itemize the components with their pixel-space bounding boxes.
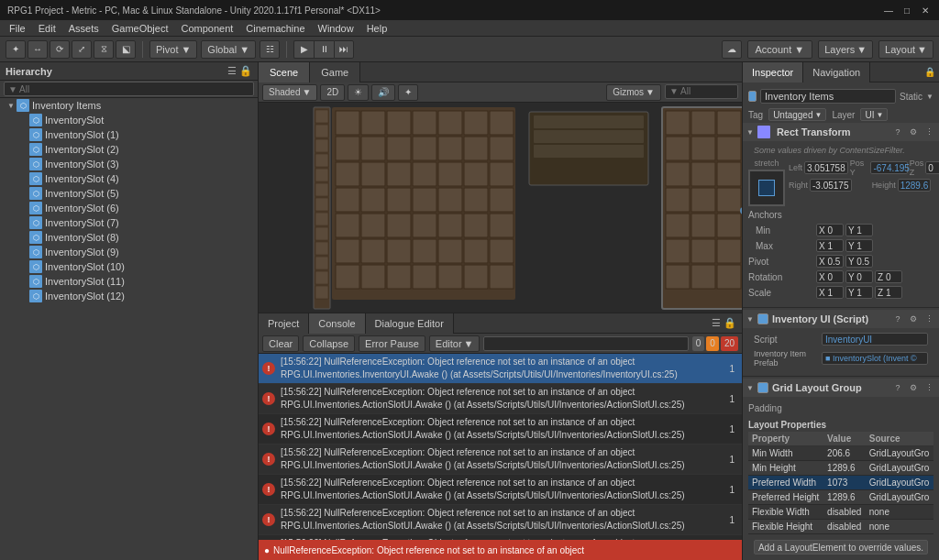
anchor-max-x[interactable]: X 1 xyxy=(816,239,844,252)
hierarchy-item-5[interactable]: ⬡InventorySlot (4) xyxy=(0,171,258,186)
grid-layout-header[interactable]: ▼ Grid Layout Group ? ⚙ ⋮ xyxy=(743,379,939,397)
hierarchy-item-11[interactable]: ⬡InventorySlot (10) xyxy=(0,259,258,274)
move-tool[interactable]: ↔ xyxy=(28,40,48,59)
global-button[interactable]: Global ▼ xyxy=(201,40,256,59)
hierarchy-item-12[interactable]: ⬡InventorySlot (11) xyxy=(0,274,258,289)
pivot-button[interactable]: Pivot ▼ xyxy=(149,40,197,59)
menu-item-gameobject[interactable]: GameObject xyxy=(106,22,174,35)
console-row-3[interactable]: ![15:56:22] NullReferenceException: Obje… xyxy=(259,445,742,475)
scene-view[interactable] xyxy=(259,103,742,313)
collapse-button[interactable]: Collapse xyxy=(303,335,355,352)
hierarchy-item-7[interactable]: ⬡InventorySlot (6) xyxy=(0,201,258,215)
hierarchy-item-4[interactable]: ⬡InventorySlot (3) xyxy=(0,157,258,171)
scale-y[interactable]: Y 1 xyxy=(845,286,873,299)
hierarchy-lock-icon[interactable]: 🔒 xyxy=(239,65,252,77)
transform-tool[interactable]: ⬕ xyxy=(116,40,136,59)
tab-inspector[interactable]: Inspector xyxy=(743,62,803,82)
shaded-button[interactable]: Shaded ▼ xyxy=(262,84,317,101)
editor-dropdown[interactable]: Editor ▼ xyxy=(429,335,481,352)
hierarchy-search-input[interactable] xyxy=(4,82,254,96)
tab-navigation[interactable]: Navigation xyxy=(803,62,870,82)
minimize-button[interactable]: — xyxy=(882,4,895,16)
tab-game[interactable]: Game xyxy=(310,62,360,82)
tab-project[interactable]: Project xyxy=(259,313,309,334)
console-row-2[interactable]: ![15:56:22] NullReferenceException: Obje… xyxy=(259,414,742,445)
menu-item-cinemachine[interactable]: Cinemachine xyxy=(240,22,310,35)
pivot-x[interactable]: X 0.5 xyxy=(816,255,844,268)
tab-console[interactable]: Console xyxy=(309,313,365,334)
2d-button[interactable]: 2D xyxy=(320,84,345,101)
anchor-min-x[interactable]: X 0 xyxy=(816,224,844,236)
hierarchy-item-0[interactable]: ▼⬡Inventory Items xyxy=(0,98,258,113)
inventory-ui-settings-button[interactable]: ⚙ xyxy=(907,313,920,325)
console-row-4[interactable]: ![15:56:22] NullReferenceException: Obje… xyxy=(259,475,742,505)
tag-select[interactable]: Untagged ▼ xyxy=(768,108,826,121)
hierarchy-item-6[interactable]: ⬡InventorySlot (5) xyxy=(0,186,258,201)
anchor-min-y[interactable]: Y 1 xyxy=(845,224,873,236)
rotate-tool[interactable]: ⟳ xyxy=(50,40,70,59)
console-menu-icon[interactable]: ☰ xyxy=(712,317,721,329)
rect-transform-menu-button[interactable]: ⋮ xyxy=(922,126,935,138)
inventory-ui-menu-button[interactable]: ⋮ xyxy=(922,313,935,325)
warning-count-badge[interactable]: 0 xyxy=(706,336,719,351)
console-lock-icon[interactable]: 🔒 xyxy=(724,317,736,329)
rotation-y[interactable]: Y 0 xyxy=(845,270,873,283)
audio-button[interactable]: 🔊 xyxy=(371,84,395,101)
gizmos-button[interactable]: Gizmos ▼ xyxy=(606,84,661,101)
hierarchy-item-10[interactable]: ⬡InventorySlot (9) xyxy=(0,245,258,259)
posz-value[interactable]: 0 xyxy=(925,161,939,174)
scale-tool[interactable]: ⤢ xyxy=(72,40,92,59)
lighting-button[interactable]: ☀ xyxy=(348,84,369,101)
layers-button[interactable]: Layers ▼ xyxy=(818,40,873,59)
stretch-visual[interactable] xyxy=(748,170,785,206)
inventory-ui-header[interactable]: ▼ Inventory UI (Script) ? ⚙ ⋮ xyxy=(743,310,939,328)
pause-button[interactable]: ⏸ xyxy=(314,40,334,59)
grid-layout-info-button[interactable]: ? xyxy=(891,381,904,394)
rect-transform-header[interactable]: ▼ Rect Transform ? ⚙ ⋮ xyxy=(743,123,939,141)
console-row-1[interactable]: ![15:56:22] NullReferenceException: Obje… xyxy=(259,384,742,414)
hierarchy-item-8[interactable]: ⬡InventorySlot (7) xyxy=(0,215,258,230)
height-value[interactable]: 1289.6 xyxy=(898,179,932,192)
menu-item-edit[interactable]: Edit xyxy=(33,22,61,35)
grid-layout-settings-button[interactable]: ⚙ xyxy=(907,381,920,394)
posy-value[interactable]: -674.195 xyxy=(870,161,907,174)
hierarchy-item-2[interactable]: ⬡InventorySlot (1) xyxy=(0,127,258,142)
effects-button[interactable]: ✦ xyxy=(398,84,418,101)
static-arrow-icon[interactable]: ▼ xyxy=(926,93,933,101)
layout-button[interactable]: Layout ▼ xyxy=(878,40,933,59)
scale-x[interactable]: X 1 xyxy=(816,286,844,299)
hierarchy-item-1[interactable]: ⬡InventorySlot xyxy=(0,113,258,127)
object-active-checkbox[interactable] xyxy=(748,91,757,102)
menu-item-help[interactable]: Help xyxy=(361,22,393,35)
clear-button[interactable]: Clear xyxy=(262,335,299,352)
error-pause-button[interactable]: Error Pause xyxy=(359,335,425,352)
hand-tool[interactable]: ✦ xyxy=(6,40,26,59)
menu-item-file[interactable]: File xyxy=(4,22,31,35)
rotation-z[interactable]: Z 0 xyxy=(875,270,902,283)
menu-item-assets[interactable]: Assets xyxy=(63,22,105,35)
tab-scene[interactable]: Scene xyxy=(259,62,310,82)
scale-z[interactable]: Z 1 xyxy=(875,286,902,299)
error-count-badge[interactable]: 20 xyxy=(721,336,738,351)
grid-layout-checkbox[interactable] xyxy=(757,382,768,393)
anchor-max-y[interactable]: Y 1 xyxy=(845,239,873,252)
console-search-input[interactable] xyxy=(483,336,688,351)
play-button[interactable]: ▶ xyxy=(293,40,314,59)
grid-layout-menu-button[interactable]: ⋮ xyxy=(922,381,935,394)
object-name-field[interactable] xyxy=(760,89,896,104)
tab-dialogue-editor[interactable]: Dialogue Editor xyxy=(366,313,454,334)
menu-item-component[interactable]: Component xyxy=(175,22,238,35)
hierarchy-item-3[interactable]: ⬡InventorySlot (2) xyxy=(0,142,258,157)
step-button[interactable]: ⏭ xyxy=(334,40,354,59)
rect-transform-info-button[interactable]: ? xyxy=(891,126,904,138)
account-button[interactable]: Account ▼ xyxy=(747,40,813,59)
right-value[interactable]: -3.05175 xyxy=(810,179,851,192)
script-value[interactable]: InventoryUI xyxy=(822,333,928,346)
console-row-0[interactable]: ![15:56:22] NullReferenceException: Obje… xyxy=(259,354,742,384)
prefab-value[interactable]: ■ InventorySlot (Invent © xyxy=(822,352,928,365)
info-count-badge[interactable]: 0 xyxy=(692,336,705,351)
menu-item-window[interactable]: Window xyxy=(313,22,359,35)
left-value[interactable]: 3.051758 xyxy=(804,161,848,174)
hierarchy-item-9[interactable]: ⬡InventorySlot (8) xyxy=(0,230,258,245)
scene-search-input[interactable] xyxy=(665,84,738,99)
